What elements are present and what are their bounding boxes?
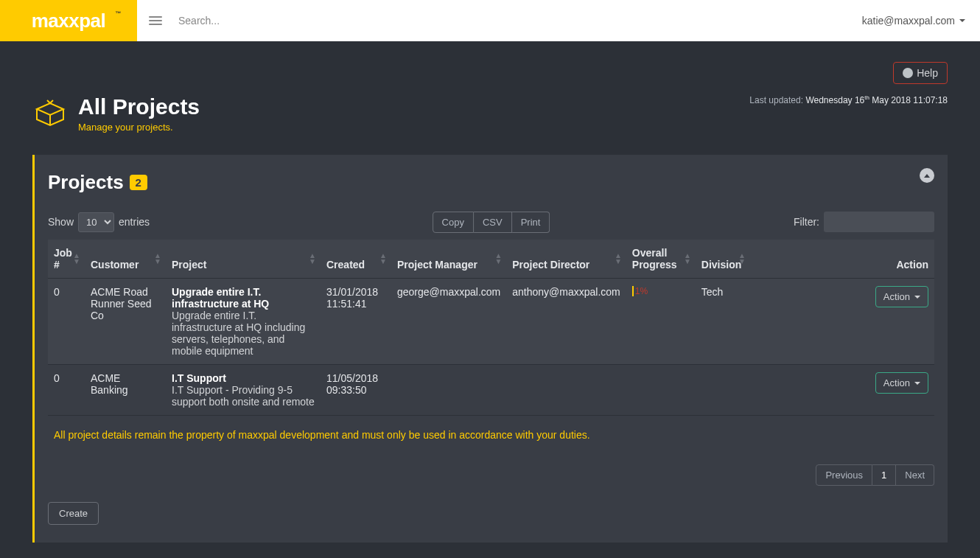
sort-icon: ▲▼ — [738, 253, 746, 265]
col-created[interactable]: Created▲▼ — [321, 240, 391, 279]
col-division[interactable]: Division▲▼ — [696, 240, 750, 279]
trademark-icon: ™ — [116, 10, 122, 17]
collapse-button[interactable] — [920, 168, 934, 183]
cell-progress: 1% — [626, 279, 696, 365]
cell-division — [696, 365, 750, 416]
page-1-button[interactable]: 1 — [872, 464, 896, 486]
cell-action: Action — [750, 365, 934, 416]
sort-icon: ▲▼ — [154, 253, 161, 265]
page-title: All Projects — [78, 94, 200, 119]
col-project[interactable]: Project▲▼ — [166, 240, 321, 279]
progress-bar-icon — [632, 286, 634, 296]
row-action-button[interactable]: Action — [875, 372, 928, 394]
top-header: maxxpal ™ Search... katie@maxxpal.com — [0, 0, 980, 41]
user-email: katie@maxxpal.com — [862, 15, 955, 27]
cell-job: 0 — [48, 365, 85, 416]
projects-count-badge: 2 — [130, 175, 147, 190]
table-row: 0 ACME Banking I.T Support I.T Support -… — [48, 365, 934, 416]
col-customer[interactable]: Customer▲▼ — [85, 240, 166, 279]
next-button[interactable]: Next — [896, 464, 934, 486]
col-pm[interactable]: Project Manager▲▼ — [391, 240, 506, 279]
package-icon — [32, 96, 68, 131]
page-content: Help All Projects Manage your projects. … — [0, 41, 980, 558]
create-button[interactable]: Create — [48, 502, 99, 525]
logo[interactable]: maxxpal ™ — [0, 0, 137, 41]
panel-title: Projects — [48, 171, 124, 194]
col-job[interactable]: Job #▲▼ — [48, 240, 85, 279]
notice-row: All project details remain the property … — [48, 416, 934, 455]
csv-button[interactable]: CSV — [474, 212, 512, 233]
col-progress[interactable]: Overall Progress▲▼ — [626, 240, 696, 279]
chevron-down-icon — [959, 19, 965, 22]
cell-created: 31/01/2018 11:51:41 — [321, 279, 391, 365]
entries-select[interactable]: 10 — [78, 212, 114, 232]
show-entries: Show 10 entries — [48, 212, 150, 232]
cell-pd: anthony@maxxpal.com — [506, 279, 626, 365]
cell-division: Tech — [696, 279, 750, 365]
chevron-down-icon — [914, 382, 920, 385]
filter-input[interactable] — [824, 212, 934, 232]
last-updated: Last updated: Wednesday 16th May 2018 11… — [749, 94, 948, 105]
col-action: Action — [750, 240, 934, 279]
col-pd[interactable]: Project Director▲▼ — [506, 240, 626, 279]
page-subtitle: Manage your projects. — [78, 122, 200, 133]
sort-icon: ▲▼ — [684, 253, 691, 265]
help-label: Help — [917, 67, 938, 79]
sort-icon: ▲▼ — [615, 253, 622, 265]
cell-project: I.T Support I.T Support - Providing 9-5 … — [166, 365, 321, 416]
search-input[interactable]: Search... — [174, 15, 862, 27]
cell-progress — [626, 365, 696, 416]
row-action-button[interactable]: Action — [875, 286, 928, 307]
copy-button[interactable]: Copy — [433, 212, 474, 233]
user-menu[interactable]: katie@maxxpal.com — [862, 15, 980, 27]
pagination: Previous 1 Next — [35, 454, 948, 486]
projects-table: Job #▲▼ Customer▲▼ Project▲▼ Created▲▼ P… — [48, 240, 934, 454]
sort-icon: ▲▼ — [73, 253, 80, 265]
cell-customer: ACME Banking — [85, 365, 166, 416]
help-button[interactable]: Help — [893, 62, 948, 84]
lifebuoy-icon — [903, 68, 913, 78]
cell-pd — [506, 365, 626, 416]
projects-panel: Projects 2 Show 10 entries Copy CSV Prin… — [32, 155, 948, 543]
sort-icon: ▲▼ — [379, 253, 387, 265]
cell-customer: ACME Road Runner Seed Co — [85, 279, 166, 365]
cell-project: Upgrade entire I.T. infrastructure at HQ… — [166, 279, 321, 365]
sort-icon: ▲▼ — [494, 253, 502, 265]
sort-icon: ▲▼ — [309, 253, 316, 265]
cell-created: 11/05/2018 09:33:50 — [321, 365, 391, 416]
filter-label: Filter: — [794, 216, 819, 228]
hamburger-icon — [149, 16, 162, 25]
cell-pm — [391, 365, 506, 416]
prev-button[interactable]: Previous — [816, 464, 872, 486]
table-row: 0 ACME Road Runner Seed Co Upgrade entir… — [48, 279, 934, 365]
cell-action: Action — [750, 279, 934, 365]
cell-job: 0 — [48, 279, 85, 365]
notice-text: All project details remain the property … — [48, 416, 934, 455]
chevron-down-icon — [914, 296, 920, 299]
logo-text: maxxpal — [32, 10, 106, 32]
menu-toggle[interactable] — [137, 16, 174, 25]
print-button[interactable]: Print — [512, 212, 550, 233]
cell-pm: george@maxxpal.com — [391, 279, 506, 365]
